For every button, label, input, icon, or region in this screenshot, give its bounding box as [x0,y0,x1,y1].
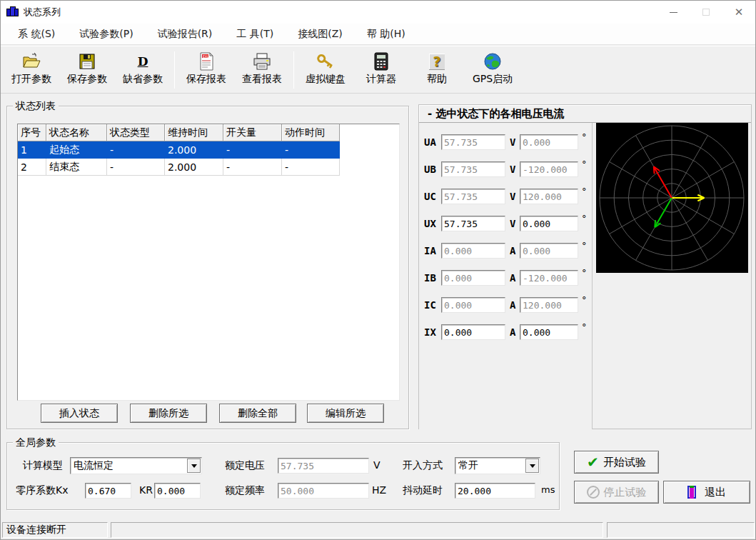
toolbar: 打开参数 保存参数 D 缺省参数 EXL 保存报表 查看报表 [1,46,755,94]
printer-icon [253,51,271,71]
exit-button[interactable]: 退出 [663,481,750,504]
state-list-title: 状态列表 [13,100,59,113]
stop-icon [587,486,600,499]
col-state-name: 状态名称 [46,124,107,141]
calc-model-select[interactable]: 电流恒定 [70,457,202,474]
degree-symbol: ° [582,131,587,142]
close-icon: ✕ [735,7,744,18]
table-row[interactable]: 1 起始态 - 2.000 - - [18,141,399,159]
phase-unit-IC: A [510,299,515,311]
status-bar: 设备连接断开 [1,520,755,540]
phase-unit-UC: V [510,191,515,202]
status-connection: 设备连接断开 [2,522,108,538]
menu-help[interactable]: 帮 助(H) [360,25,413,44]
maximize-icon [702,9,710,16]
phase-label-UX: UX [424,218,436,229]
menu-test-report[interactable]: 试验报告(R) [151,25,220,44]
help-button[interactable]: ? 帮助 [409,49,465,91]
phase-label-IC: IC [424,299,436,311]
start-test-button[interactable]: ✔ 开始试验 [574,451,659,474]
rated-freq-label: 额定频率 [225,484,265,497]
phase-label-IA: IA [424,245,436,256]
phase-angle-IB [520,270,578,286]
menu-system[interactable]: 系 统(S) [11,25,62,44]
save-params-button[interactable]: 保存参数 [59,49,115,91]
phase-value-UB [441,161,505,177]
edit-selected-button[interactable]: 编辑所选 [307,404,384,423]
calculator-button[interactable]: 计算器 [353,49,409,91]
status-message [111,522,603,538]
phase-angle-UA [520,134,578,150]
report-save-icon: EXL [198,51,215,71]
zero-seq-field[interactable] [85,483,131,499]
default-params-button[interactable]: D 缺省参数 [115,49,171,91]
phase-angle-IA [520,243,578,259]
calculator-icon [374,51,388,71]
rated-voltage-field [278,458,369,474]
insert-state-button[interactable]: 插入状态 [41,404,118,423]
open-folder-icon [22,51,41,71]
phase-angle-IX[interactable] [520,324,578,340]
floppy-save-icon [79,51,96,71]
delete-selected-button[interactable]: 删除所选 [130,404,207,423]
col-index: 序号 [18,124,46,141]
phase-value-IX[interactable] [441,324,505,340]
phase-label-IX: IX [424,326,436,338]
save-report-button[interactable]: EXL 保存报表 [178,49,234,91]
phase-unit-IA: A [510,245,515,256]
phase-value-IC [441,297,505,313]
close-button[interactable]: ✕ [722,1,755,24]
minimize-button[interactable] [657,1,690,24]
global-params-group: 全局参数 计算模型 电流恒定 额定电压 V 开入方式 常开 零序系数Kx KR … [6,442,560,510]
calc-model-label: 计算模型 [23,459,63,472]
check-icon: ✔ [587,455,599,469]
zero-seq-label: 零序系数Kx [16,484,68,497]
view-report-button[interactable]: 查看报表 [234,49,290,91]
jitter-field[interactable] [455,483,535,499]
window-title: 状态系列 [24,6,61,19]
kr-label: KR [139,484,153,496]
status-extra [607,522,755,538]
menu-tools[interactable]: 工 具(T) [229,25,281,44]
phase-angle-UX[interactable] [520,216,578,231]
phase-label-UB: UB [424,164,436,175]
global-params-title: 全局参数 [13,436,59,449]
degree-symbol: ° [582,294,587,305]
input-mode-select[interactable]: 常开 [455,457,540,474]
chevron-down-icon[interactable] [525,459,539,473]
phase-unit-IB: A [510,272,515,284]
phase-unit-IX: A [510,326,515,338]
gps-start-button[interactable]: GPS启动 [465,49,520,91]
col-action-time: 动作时间 [282,124,340,141]
degree-symbol: ° [582,240,587,251]
delete-all-button[interactable]: 删除全部 [219,404,296,423]
toolbar-separator [174,51,175,89]
degree-symbol: ° [582,159,587,169]
virtual-keyboard-button[interactable]: 虚拟键盘 [298,49,353,91]
minimize-icon [670,12,677,13]
open-params-button[interactable]: 打开参数 [4,49,59,91]
table-row[interactable]: 2 结束态 - 2.000 - - [18,159,399,176]
rated-freq-field [278,483,369,499]
menu-wiring-diagram[interactable]: 接线图(Z) [291,25,350,44]
phase-angle-IC [520,297,578,313]
phase-unit-UX: V [510,218,515,229]
phase-panel: - 选中状态下的各相电压电流 UAV°UBV°UCV°UXV°IAA°IBA°I… [418,104,752,429]
phase-unit-UA: V [510,136,515,148]
phase-label-UC: UC [424,191,436,202]
maximize-button[interactable] [690,1,722,24]
chevron-down-icon[interactable] [187,459,201,473]
phase-label-UA: UA [424,136,436,148]
col-switch: 开关量 [223,124,282,141]
degree-symbol: ° [582,267,587,278]
help-icon: ? [429,54,444,69]
app-icon [6,6,19,18]
jitter-unit: ms [541,484,555,495]
key-icon [316,51,335,71]
table-header-row: 序号 状态名称 状态类型 维持时间 开关量 动作时间 [18,124,399,141]
menu-test-params[interactable]: 试验参数(P) [72,25,140,44]
phase-angle-UC [520,189,578,204]
kr-field[interactable] [154,483,201,499]
state-list-group: 状态列表 序号 状态名称 状态类型 维持时间 开关量 动作时间 1 起始态 - … [6,106,409,429]
phase-value-UX[interactable] [441,216,505,231]
